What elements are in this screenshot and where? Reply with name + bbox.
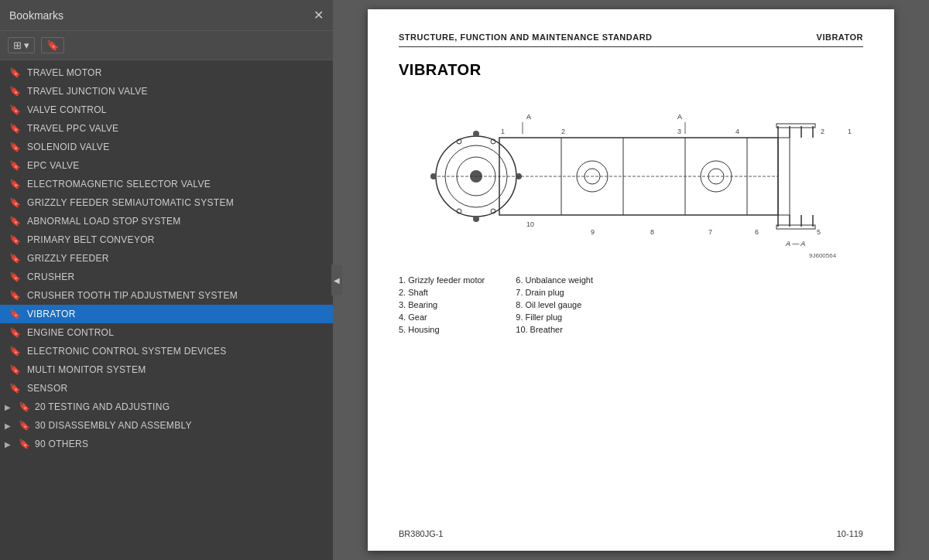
folder-icon: 🔖 <box>19 439 30 449</box>
bookmark-search-button[interactable]: 🔖 <box>41 37 64 53</box>
bookmark-item-primary-belt-conveyor[interactable]: 🔖PRIMARY BELT CONVEYOR <box>0 230 333 249</box>
svg-text:2: 2 <box>561 128 565 135</box>
bookmark-icon: 🔖 <box>9 142 21 152</box>
svg-rect-27 <box>778 138 790 215</box>
bookmark-icon: 🔖 <box>9 179 21 190</box>
grid-button[interactable]: ⊞ ▾ <box>8 37 35 53</box>
svg-text:A — A: A — A <box>785 240 805 248</box>
bookmark-icon: 🔖 <box>9 234 21 245</box>
bookmark-label: TRAVEL PPC VALVE <box>27 123 118 134</box>
bookmark-item-travel-ppc-valve[interactable]: 🔖TRAVEL PPC VALVE <box>0 119 333 138</box>
bookmark-item-crusher-tooth-tip[interactable]: 🔖CRUSHER TOOTH TIP ADJUSTMENT SYSTEM <box>0 286 333 305</box>
svg-text:A: A <box>526 113 531 121</box>
svg-text:9J600564: 9J600564 <box>809 252 837 259</box>
bookmark-item-multi-monitor[interactable]: 🔖MULTI MONITOR SYSTEM <box>0 360 333 379</box>
bookmark-label: ELECTROMAGNETIC SELECTOR VALVE <box>27 179 211 190</box>
document-page: STRUCTURE, FUNCTION AND MAINTENANCE STAN… <box>368 9 894 551</box>
part-item: 8. Oil level gauge <box>516 300 593 309</box>
bookmark-item-sensor[interactable]: 🔖SENSOR <box>0 379 333 398</box>
svg-point-10 <box>473 216 479 222</box>
bookmark-item-electromagnetic-selector-valve[interactable]: 🔖ELECTROMAGNETIC SELECTOR VALVE <box>0 175 333 193</box>
bookmark-label: CRUSHER TOOTH TIP ADJUSTMENT SYSTEM <box>27 290 238 301</box>
collapse-panel-button[interactable]: ◀ <box>331 265 342 295</box>
header-icons: ✕ <box>314 9 324 22</box>
bookmark-icon: 🔖 <box>9 253 21 264</box>
footer-model: BR380JG-1 <box>399 529 443 538</box>
part-item: 1. Grizzly feeder motor <box>399 275 485 285</box>
bookmark-label: VIBRATOR <box>27 309 76 319</box>
bookmark-item-travel-motor[interactable]: 🔖TRAVEL MOTOR <box>0 63 333 82</box>
bookmark-item-abnormal-load-stop-system[interactable]: 🔖ABNORMAL LOAD STOP SYSTEM <box>0 212 333 230</box>
bookmark-icon: 🔖 <box>9 104 21 115</box>
section-item-testing[interactable]: ▶🔖20 TESTING AND ADJUSTING <box>0 398 333 416</box>
bookmark-icon: 🔖 <box>9 364 21 375</box>
bookmark-icon: 🔖 <box>9 383 21 394</box>
bookmark-item-vibrator[interactable]: 🔖VIBRATOR <box>0 305 333 323</box>
bookmark-icon: 🔖 <box>9 86 21 97</box>
expand-arrow: ▶ <box>5 422 14 430</box>
bookmark-label: SOLENOID VALVE <box>27 142 109 152</box>
svg-text:5: 5 <box>817 228 821 236</box>
bookmark-icon: 🔖 <box>9 160 21 171</box>
bookmark-icon: 🔖 <box>9 123 21 134</box>
bookmark-item-grizzly-feeder-semiautomatic-system[interactable]: 🔖GRIZZLY FEEDER SEMIAUTOMATIC SYSTEM <box>0 193 333 212</box>
bookmark-item-travel-junction-valve[interactable]: 🔖TRAVEL JUNCTION VALVE <box>0 82 333 101</box>
bookmark-icon: 🔖 <box>9 290 21 301</box>
svg-text:8: 8 <box>650 228 654 236</box>
svg-rect-26 <box>776 225 815 229</box>
bookmark-item-engine-control[interactable]: 🔖ENGINE CONTROL <box>0 323 333 342</box>
page-header-left: STRUCTURE, FUNCTION AND MAINTENANCE STAN… <box>399 32 653 42</box>
bookmark-item-grizzly-feeder[interactable]: 🔖GRIZZLY FEEDER <box>0 249 333 268</box>
bookmark-label: TRAVEL JUNCTION VALVE <box>27 86 148 97</box>
bookmark-icon: 🔖 <box>9 197 21 208</box>
page-header: STRUCTURE, FUNCTION AND MAINTENANCE STAN… <box>399 32 863 47</box>
bookmark-item-crusher[interactable]: 🔖CRUSHER <box>0 268 333 286</box>
parts-column-left: 1. Grizzly feeder motor2. Shaft3. Bearin… <box>399 275 485 334</box>
bookmarks-list: 🔖TRAVEL MOTOR🔖TRAVEL JUNCTION VALVE🔖VALV… <box>0 60 333 560</box>
svg-text:10: 10 <box>526 220 534 228</box>
close-button[interactable]: ✕ <box>314 9 324 22</box>
page-main-title: VIBRATOR <box>399 61 863 79</box>
section-label: 90 OTHERS <box>35 439 88 449</box>
bookmark-item-electronic-control[interactable]: 🔖ELECTRONIC CONTROL SYSTEM DEVICES <box>0 342 333 360</box>
toolbar: ⊞ ▾ 🔖 <box>0 31 333 60</box>
part-item: 9. Filler plug <box>516 312 593 322</box>
folder-icon: 🔖 <box>19 420 30 431</box>
vibrator-diagram: A A 10 9 8 7 6 5 1 2 3 4 2 1 A — A <box>406 91 855 261</box>
svg-point-11 <box>430 173 437 179</box>
bookmark-item-epc-valve[interactable]: 🔖EPC VALVE <box>0 156 333 175</box>
bookmark-icon: 🔖 <box>9 346 21 357</box>
folder-icon: 🔖 <box>19 401 30 412</box>
bookmark-item-valve-control[interactable]: 🔖VALVE CONTROL <box>0 101 333 119</box>
svg-text:7: 7 <box>708 228 712 236</box>
svg-text:2: 2 <box>821 128 824 135</box>
part-item: 5. Housing <box>399 325 485 334</box>
bookmark-label: SENSOR <box>27 383 67 394</box>
dropdown-arrow: ▾ <box>24 39 29 51</box>
bookmark-icon: 🔖 <box>9 271 21 282</box>
bookmark-label: GRIZZLY FEEDER <box>27 253 109 264</box>
panel-header: Bookmarks ✕ <box>0 0 333 31</box>
section-label: 20 TESTING AND ADJUSTING <box>35 401 170 412</box>
bookmark-label: ENGINE CONTROL <box>27 327 114 338</box>
bookmark-label: PRIMARY BELT CONVEYOR <box>27 234 155 245</box>
svg-point-9 <box>473 131 479 137</box>
bookmark-label: VALVE CONTROL <box>27 104 107 115</box>
diagram-area: A A 10 9 8 7 6 5 1 2 3 4 2 1 A — A <box>399 91 863 261</box>
parts-list: 1. Grizzly feeder motor2. Shaft3. Bearin… <box>399 275 863 334</box>
bookmark-icon: 🔖 <box>9 327 21 338</box>
svg-rect-21 <box>776 124 815 128</box>
bookmark-icon: 🔖 <box>9 67 21 78</box>
section-item-others[interactable]: ▶🔖90 OTHERS <box>0 435 333 453</box>
part-item: 10. Breather <box>516 325 593 334</box>
bookmark-label: EPC VALVE <box>27 160 80 171</box>
footer-page: 10-119 <box>837 529 863 538</box>
bookmark-label: CRUSHER <box>27 271 74 282</box>
bookmark-icon: 🔖 <box>9 216 21 227</box>
part-item: 2. Shaft <box>399 288 485 297</box>
section-item-disassembly[interactable]: ▶🔖30 DISASSEMBLY AND ASSEMBLY <box>0 416 333 435</box>
grid-icon: ⊞ <box>13 39 22 51</box>
part-item: 4. Gear <box>399 312 485 322</box>
section-label: 30 DISASSEMBLY AND ASSEMBLY <box>35 420 192 431</box>
bookmark-item-solenoid-valve[interactable]: 🔖SOLENOID VALVE <box>0 138 333 156</box>
